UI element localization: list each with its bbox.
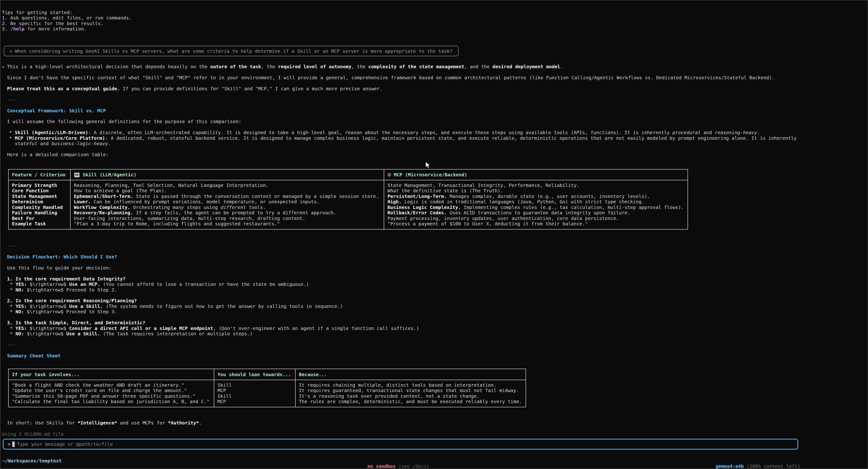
text-segment: I will assume the following general defi… xyxy=(7,119,241,124)
text-segment: Lower. xyxy=(74,199,91,204)
header-label: Skill (LLM/Agentic) xyxy=(83,172,136,177)
text-segment: * xyxy=(9,130,15,135)
header-label: If your task involves... xyxy=(12,372,80,377)
text-segment: Manages complex, durable state (e.g., us… xyxy=(447,194,650,199)
comparison-table-header: Feature / Criterion Skill (LLM/Agentic) xyxy=(9,170,687,180)
text-segment: * xyxy=(7,331,16,336)
text-segment: how xyxy=(196,303,205,309)
text-segment: $\rightarrow$ xyxy=(24,331,66,336)
text-cursor xyxy=(12,442,15,447)
text-line: 3. Is the task Simple, Direct, and Deter… xyxy=(7,320,419,325)
text-segment: /help xyxy=(10,26,24,32)
text-line: stateful and business-logic-heavy. xyxy=(7,141,797,146)
text-segment: Failure Handling xyxy=(12,210,57,215)
text-segment: tools. xyxy=(246,204,266,210)
text-segment: Since I don't have the specific context … xyxy=(7,75,775,81)
text-segment: "Plan a 3-day trip to Rome, including fl… xyxy=(74,221,280,227)
text-line xyxy=(7,248,419,254)
text-line: This is a high-level architectural decis… xyxy=(7,64,797,69)
text-segment: Logic is coded in traditional languages … xyxy=(402,199,644,204)
text-segment: If a step fails, the agent can be prompt… xyxy=(133,210,336,215)
model-status: gemma4:e4b (100% context left) xyxy=(704,458,800,464)
text-segment: required level of autonomy xyxy=(278,64,351,69)
header-label: Because... xyxy=(299,372,327,377)
text-line: Summary Cheat Sheet xyxy=(7,353,419,358)
table-cell: Determinism xyxy=(12,199,70,204)
text-segment: "Update the user's credit card on file a… xyxy=(12,388,187,393)
text-segment: different xyxy=(221,204,246,210)
terminal-window: Tips for getting started:1. Ask question… xyxy=(0,0,868,469)
table-cell: Workflow Complexity. Orchestrating many … xyxy=(74,205,384,210)
text-segment: * xyxy=(7,303,16,309)
text-segment: MCP xyxy=(218,388,226,393)
text-segment: , the xyxy=(261,64,278,69)
text-line: 3. /help for more information. xyxy=(2,26,132,32)
text-segment: the definitive state is (The Truth). xyxy=(399,188,503,194)
text-segment: It's a reasoning task over provided cont… xyxy=(299,393,479,399)
header-feature: Feature / Criterion xyxy=(9,170,70,180)
text-line: 1. Ask questions, edit files, or run com… xyxy=(2,15,132,21)
text-segment: Persistent/Long-Term. xyxy=(388,194,447,199)
text-segment: --- xyxy=(7,342,16,348)
lean-column: SkillMCPSkillMCP xyxy=(214,380,296,407)
table-cell: Skill xyxy=(218,382,295,388)
feature-column: Primary StrengthCore FunctionState Manag… xyxy=(9,180,70,229)
text-line: * YES: $\rightarrow$ Consider a direct A… xyxy=(7,326,419,331)
table-cell: How to achieve a goal (The Plan). xyxy=(74,188,384,194)
model-name: gemma4:e4b xyxy=(716,463,744,469)
text-segment: , the xyxy=(351,64,368,69)
text-segment: stateful xyxy=(15,141,37,146)
text-segment: What xyxy=(388,188,399,194)
text-line: Since I don't have the specific context … xyxy=(7,75,797,81)
text-line xyxy=(7,260,419,265)
text-segment: If you can provide definitions for "Skil… xyxy=(120,86,382,91)
text-segment: High. xyxy=(388,199,402,204)
text-segment: to achieve a goal (The Plan). xyxy=(82,188,167,194)
table-cell: "Plan a 3-day trip to Rome, including fl… xyxy=(74,221,384,227)
text-segment: , and the xyxy=(464,64,493,69)
summary-table-body: "Book a flight AND check the weather AND… xyxy=(9,380,526,407)
text-segment: * xyxy=(7,282,16,287)
sandbox-note: (see /docs) xyxy=(396,463,430,469)
text-segment: 2. Be specific for the best results. xyxy=(2,21,103,26)
text-line: Tips for getting started: xyxy=(2,10,132,15)
text-segment: Rollback/Error Codes. xyxy=(388,210,447,215)
user-message-text: > When considering writing GenAI Skills … xyxy=(4,48,453,54)
text-segment: YES: xyxy=(16,303,27,309)
header-because: Because... xyxy=(296,369,526,380)
text-segment: The rules are complex, deterministic, an… xyxy=(299,399,522,404)
text-segment: Core Function xyxy=(12,188,49,194)
header-label: Feature / Criterion xyxy=(12,172,66,177)
text-segment: Consider a direct API call or a simple M… xyxy=(69,325,216,331)
text-line xyxy=(7,91,797,97)
text-segment: $\rightarrow$ Proceed to Step 2. xyxy=(24,287,117,293)
text-segment: Example Task xyxy=(12,221,46,227)
text-segment: Reasoning, Planning, Tool Selection, Nat… xyxy=(74,182,269,188)
table-cell: "Calculate the final tax liability based… xyxy=(12,399,214,404)
table-cell: "Process a payment of $100 to User X, de… xyxy=(388,221,687,227)
table-cell: It's a reasoning task over provided cont… xyxy=(299,393,526,399)
message-input[interactable]: > Type your message or @path/to/file xyxy=(3,439,798,449)
text-segment: $\rightarrow$ xyxy=(27,303,69,309)
text-segment: Please treat this as a conceptual guide. xyxy=(7,86,120,91)
header-label: MCP (Microservice/Backend) xyxy=(394,172,467,177)
summary-table-header: If your task involves... You should lean… xyxy=(9,369,526,380)
sandbox-label: no sandbox xyxy=(367,463,396,469)
text-segment: for more information. xyxy=(24,26,87,32)
skill-column: Reasoning, Planning, Tool Selection, Nat… xyxy=(70,180,384,229)
text-segment: desired deployment model xyxy=(493,64,560,69)
table-cell: What the definitive state is (The Truth)… xyxy=(388,188,687,194)
text-segment: Skill (Agentic/LLM-Driven) xyxy=(15,130,88,135)
text-segment: 1. Ask questions, edit files, or run com… xyxy=(2,15,132,21)
text-segment: (Don't over-engineer with an agent if a … xyxy=(216,325,419,331)
text-segment: Summary Cheat Sheet xyxy=(7,353,61,358)
text-segment: nature of the task xyxy=(210,64,261,69)
table-cell: State Management, Transactional Integrit… xyxy=(388,183,687,188)
text-segment: reasoning-heavy xyxy=(715,130,757,135)
mouse-cursor xyxy=(425,162,431,170)
context-files-hint: Using 1 OLLAMA.md file xyxy=(2,432,64,437)
text-segment: : A dedicated, robust, stateful backend … xyxy=(105,135,797,141)
text-segment: 3. xyxy=(2,26,10,32)
tips: Tips for getting started:1. Ask question… xyxy=(2,10,132,32)
text-line: 2. Be specific for the best results. xyxy=(2,21,132,26)
